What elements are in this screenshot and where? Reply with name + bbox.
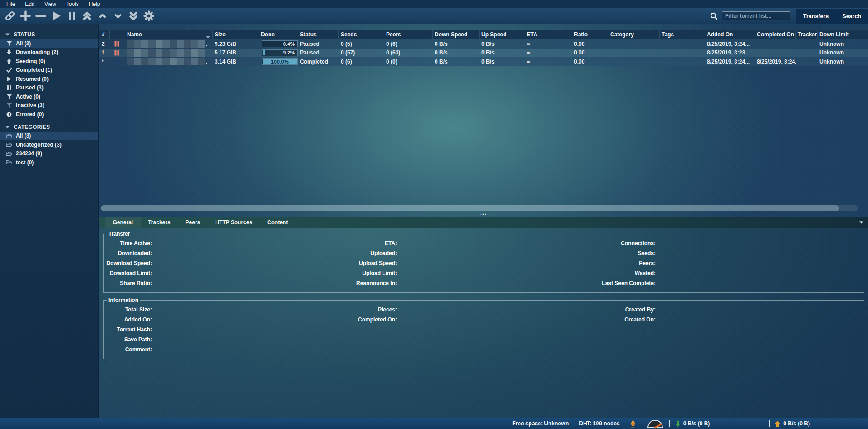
collapse-caret-icon bbox=[5, 33, 10, 36]
item-label: Active (0) bbox=[16, 94, 40, 100]
sidebar-category-all-3[interactable]: All (3) bbox=[0, 132, 98, 141]
scrollbar-thumb[interactable] bbox=[101, 205, 839, 211]
filter-input[interactable] bbox=[722, 11, 790, 20]
sidebar-status-resumed-0[interactable]: Resumed (0) bbox=[0, 74, 98, 84]
cell-done: 9.2% bbox=[259, 49, 298, 56]
section-gap bbox=[0, 119, 98, 123]
sidebar-category-234234-0[interactable]: 234234 (0) bbox=[0, 149, 98, 158]
statusbar-upload-speed-text: 0 B/s (0 B) bbox=[783, 420, 810, 427]
sidebar-status-all-3[interactable]: All (3) bbox=[0, 39, 98, 48]
statusbar-separator bbox=[641, 420, 641, 427]
panel-collapse-icon[interactable] bbox=[859, 221, 863, 224]
cell-status: Paused bbox=[298, 49, 339, 56]
menu-edit[interactable]: Edit bbox=[20, 1, 39, 7]
sidebar-status-seeding-0[interactable]: Seeding (0) bbox=[0, 57, 98, 66]
tab-peers[interactable]: Peers bbox=[178, 217, 208, 228]
column-label: Status bbox=[300, 31, 317, 38]
information-row: Comment: bbox=[104, 345, 864, 355]
column-header-down-speed[interactable]: Down Speed bbox=[433, 30, 480, 39]
transfer-label-seeds: Seeds: bbox=[397, 250, 656, 256]
cell-down-limit: Unknown bbox=[818, 49, 868, 56]
table-row[interactable]: 1.5.17 GiB9.2%Paused0 (57)0 (63)0 B/s0 B… bbox=[99, 49, 868, 58]
cell-seeds: 0 (6) bbox=[339, 59, 384, 65]
move-down-icon bbox=[113, 10, 123, 21]
connection-status-icon[interactable] bbox=[630, 419, 636, 428]
tab-trackers[interactable]: Trackers bbox=[141, 217, 178, 228]
sidebar-status-active-0[interactable]: Active (0) bbox=[0, 92, 98, 101]
statusbar-separator bbox=[769, 420, 770, 427]
column-header-category[interactable]: Category bbox=[608, 30, 660, 39]
column-header-ratio[interactable]: Ratio bbox=[572, 30, 608, 39]
statusbar-upload-speed[interactable]: 0 B/s (0 B) bbox=[775, 420, 810, 427]
column-header-#[interactable]: # bbox=[99, 30, 110, 39]
column-header-seeds[interactable]: Seeds bbox=[339, 30, 384, 39]
toolbar-remove-torrent-button[interactable] bbox=[34, 9, 48, 23]
statusbar-download-speed[interactable]: 0 B/s (0 B) bbox=[675, 420, 710, 427]
category-folder-icon bbox=[6, 151, 12, 156]
column-header-eta[interactable]: ETA bbox=[525, 30, 572, 39]
viewtab-transfers[interactable]: Transfers bbox=[796, 9, 835, 24]
sidebar-status-downloading-2[interactable]: Downloading (2) bbox=[0, 48, 98, 57]
menu-file[interactable]: File bbox=[1, 1, 20, 7]
column-header-peers[interactable]: Peers bbox=[384, 30, 433, 39]
scrollbar-track[interactable] bbox=[101, 205, 858, 211]
information-label-added-on: Added On: bbox=[104, 316, 152, 323]
column-header-state[interactable] bbox=[110, 30, 125, 39]
column-label: Size bbox=[215, 31, 226, 38]
categories-section-header[interactable]: CATEGORIES bbox=[0, 123, 98, 132]
tab-http-sources[interactable]: HTTP Sources bbox=[208, 217, 260, 228]
menu-tools[interactable]: Tools bbox=[61, 1, 84, 7]
column-header-size[interactable]: Size bbox=[213, 30, 259, 39]
column-header-name[interactable]: Name bbox=[125, 30, 213, 39]
column-header-up-speed[interactable]: Up Speed bbox=[480, 30, 525, 39]
tab-content[interactable]: Content bbox=[260, 217, 295, 228]
qbittorrent-webui: FileEditViewToolsHelp TransfersSearch ST… bbox=[0, 0, 868, 429]
transfer-label-share-ratio: Share Ratio: bbox=[104, 280, 152, 286]
menu-help[interactable]: Help bbox=[84, 1, 105, 7]
tab-general[interactable]: General bbox=[105, 217, 141, 228]
cell-up-speed: 0 B/s bbox=[480, 41, 525, 47]
status-section-header[interactable]: STATUS bbox=[0, 30, 98, 39]
transfer-label-upload-speed: Upload Speed: bbox=[152, 260, 397, 266]
column-header-status[interactable]: Status bbox=[298, 30, 339, 39]
menu-view[interactable]: View bbox=[39, 1, 61, 7]
toolbar-link-button[interactable] bbox=[3, 9, 17, 23]
transfer-row: Download Speed:Upload Speed:Peers: bbox=[104, 258, 864, 268]
cell-#: 1 bbox=[99, 49, 110, 56]
toolbar-move-up-button[interactable] bbox=[95, 9, 109, 23]
cell-down-speed: 0 B/s bbox=[433, 41, 480, 47]
panel-splitter[interactable]: ... bbox=[99, 212, 868, 217]
sidebar-status-inactive-3[interactable]: Inactive (3) bbox=[0, 101, 98, 110]
section-label: STATUS bbox=[14, 31, 35, 38]
column-header-down-limit[interactable]: Down Limit bbox=[818, 30, 868, 39]
table-row[interactable]: 2.9.23 GiB0.4%Paused0 (5)0 (6)0 B/s0 B/s… bbox=[99, 39, 868, 49]
column-header-done[interactable]: Done bbox=[259, 30, 298, 39]
item-label: Inactive (3) bbox=[16, 102, 44, 108]
transfer-label-eta: ETA: bbox=[152, 240, 397, 247]
column-header-tags[interactable]: Tags bbox=[660, 30, 705, 39]
column-label: Done bbox=[261, 31, 275, 38]
search-icon bbox=[710, 12, 718, 20]
toolbar-options-button[interactable] bbox=[142, 9, 156, 23]
statusbar: Free space: UnknownDHT: 199 nodes0 B/s (… bbox=[0, 418, 868, 429]
toolbar-add-torrent-button[interactable] bbox=[18, 9, 32, 23]
column-header-added-on[interactable]: Added On bbox=[705, 30, 755, 39]
table-header: #NameSizeDoneStatusSeedsPeersDown SpeedU… bbox=[99, 30, 868, 39]
table-row[interactable]: *.3.14 GiB100.0%Completed0 (6)0 (0)0 B/s… bbox=[99, 57, 868, 66]
toolbar-pause-button[interactable] bbox=[64, 9, 78, 23]
column-header-completed-on[interactable]: Completed On bbox=[755, 30, 796, 39]
toolbar-top-priority-button[interactable] bbox=[80, 9, 94, 23]
sidebar-category-test-0[interactable]: test (0) bbox=[0, 158, 98, 167]
torrent-list: #NameSizeDoneStatusSeedsPeersDown SpeedU… bbox=[99, 24, 868, 217]
column-header-tracker[interactable]: Tracker bbox=[796, 30, 818, 39]
sidebar-status-completed-1[interactable]: Completed (1) bbox=[0, 66, 98, 75]
sidebar-category-uncategorized-3[interactable]: Uncategorized (3) bbox=[0, 140, 98, 149]
toolbar-bottom-priority-button[interactable] bbox=[126, 9, 140, 23]
toolbar-move-down-button[interactable] bbox=[111, 9, 125, 23]
toolbar-resume-button[interactable] bbox=[49, 9, 63, 23]
sidebar-status-errored-0[interactable]: Errored (0) bbox=[0, 110, 98, 119]
column-label: Tags bbox=[662, 31, 674, 38]
viewtab-search[interactable]: Search bbox=[835, 9, 868, 24]
alt-speed-icon[interactable] bbox=[646, 419, 664, 429]
sidebar-status-paused-3[interactable]: Paused (3) bbox=[0, 84, 98, 93]
